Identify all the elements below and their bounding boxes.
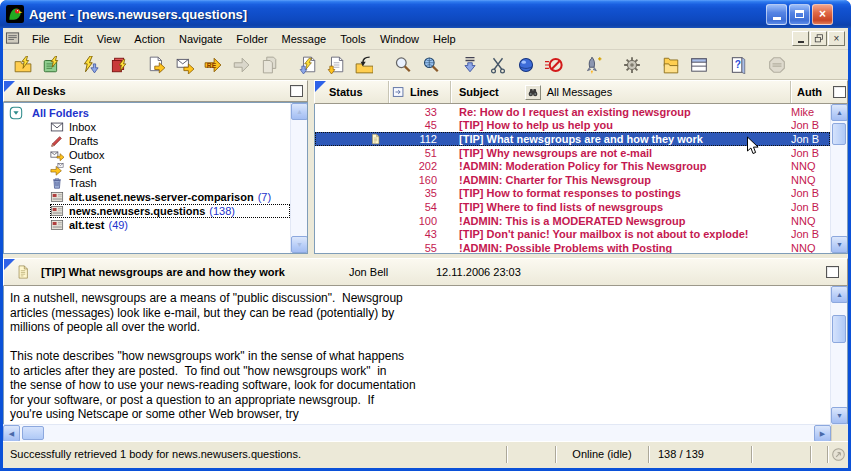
menu-item[interactable]: Edit (57, 30, 90, 48)
folder-item[interactable]: Drafts (4, 134, 290, 148)
show-layout-button[interactable] (686, 52, 712, 78)
post-new-article-button[interactable] (144, 52, 170, 78)
reply-re-icon: RE (204, 56, 222, 74)
menu-item[interactable]: View (90, 30, 128, 48)
folder-item[interactable]: alt.test(49) (4, 218, 290, 232)
folders-scrollbar[interactable]: ▲ ▼ (290, 103, 307, 253)
find-text-button[interactable] (390, 52, 416, 78)
skip-to-next-unread-button[interactable] (457, 52, 483, 78)
get-new-message-bodies-button[interactable] (105, 52, 131, 78)
message-list: 33Re: How do I request an existing newsg… (314, 104, 848, 254)
collapse-icon[interactable] (9, 106, 23, 120)
column-subject[interactable]: SubjectAll Messages (451, 81, 791, 103)
message-row[interactable]: 33Re: How do I request an existing newsg… (315, 105, 830, 119)
column-lines[interactable]: Lines (389, 81, 451, 103)
mdi-close-button[interactable]: × (828, 31, 845, 46)
minimize-icon (773, 17, 781, 20)
launch-program-button[interactable] (580, 52, 606, 78)
column-options-icon[interactable] (833, 86, 846, 98)
forward-message-button[interactable] (228, 52, 254, 78)
menu-item[interactable]: Navigate (172, 30, 229, 48)
maximize-pane-icon[interactable] (826, 266, 839, 278)
magnifier-icon (394, 56, 412, 74)
message-list-header: Status Lines SubjectAll Messages Auth (314, 80, 848, 104)
save-message-button[interactable] (323, 52, 349, 78)
filter-label: All Messages (547, 86, 612, 98)
mdi-restore-button[interactable] (810, 31, 827, 46)
magnifier-globe-icon (422, 56, 440, 74)
message-body-hscrollbar[interactable]: ◀ ▶ (3, 424, 848, 441)
menu-item[interactable]: Help (426, 30, 463, 48)
preferences-button[interactable] (619, 52, 645, 78)
scroll-right-icon[interactable]: ▶ (814, 425, 831, 442)
kill-thread-button[interactable] (485, 52, 511, 78)
scroll-down-icon[interactable]: ▼ (831, 236, 848, 253)
mdi-minimize-button[interactable] (792, 31, 809, 46)
message-row[interactable]: 100!ADMIN: This is a MODERATED Newsgroup… (315, 214, 830, 228)
watch-thread-button[interactable] (513, 52, 539, 78)
maximize-pane-icon[interactable] (290, 85, 303, 97)
message-body-scrollbar[interactable]: ▲ ▼ (830, 286, 847, 424)
close-button[interactable]: × (812, 4, 833, 25)
body-available-icon (370, 187, 381, 199)
folder-item[interactable]: Trash (4, 176, 290, 190)
menu-item[interactable]: Tools (333, 30, 373, 48)
show-folders-button[interactable] (658, 52, 684, 78)
message-row[interactable]: 51[TIP] Why newsgroups are not e-mailJon… (315, 146, 830, 160)
scroll-up-icon[interactable]: ▲ (291, 103, 308, 120)
folder-item[interactable]: alt.usenet.news-server-comparison(7) (4, 190, 290, 204)
stop-gray-icon (768, 56, 786, 74)
message-list-scrollbar[interactable]: ▲ ▼ (830, 104, 847, 253)
body-doc-icon (370, 133, 381, 145)
ignore-thread-button[interactable] (541, 52, 567, 78)
message-row[interactable]: 35[TIP] How to format responses to posti… (315, 187, 830, 201)
message-row[interactable]: 55!ADMIN: Possible Problems with Posting… (315, 241, 830, 253)
message-row[interactable]: 202!ADMIN: Moderation Policy for This Ne… (315, 159, 830, 173)
menu-item[interactable]: Window (373, 30, 426, 48)
scroll-up-icon[interactable]: ▲ (831, 104, 848, 121)
body-available-icon (370, 174, 381, 186)
get-selected-bodies-button[interactable] (295, 52, 321, 78)
scroll-thumb[interactable] (832, 123, 846, 145)
folder-item[interactable]: Sent (4, 162, 290, 176)
reply-followup-button[interactable]: RE (200, 52, 226, 78)
search-web-button[interactable] (418, 52, 444, 78)
body-available-icon (370, 242, 381, 253)
column-status[interactable]: Status (315, 81, 389, 103)
menu-item[interactable]: Action (127, 30, 172, 48)
file-in-folder-button[interactable] (351, 52, 377, 78)
menu-item[interactable]: Folder (229, 30, 274, 48)
scroll-down-icon[interactable]: ▼ (291, 236, 308, 253)
stop-tasks-button[interactable] (764, 52, 790, 78)
scroll-thumb[interactable] (832, 315, 846, 343)
folder-item[interactable]: news.newusers.questions(138) (4, 204, 290, 218)
maximize-button[interactable] (789, 4, 810, 25)
message-row[interactable]: 45[TIP] How to help us help youJon B (315, 119, 830, 133)
folder-item[interactable]: Outbox (4, 148, 290, 162)
get-new-headers-in-folder-button[interactable] (10, 52, 36, 78)
book-bolt-icon (42, 56, 60, 74)
minimize-button[interactable] (766, 4, 787, 25)
titlebar[interactable]: Agent - [news.newusers.questions] × (0, 0, 851, 28)
reply-by-email-button[interactable] (256, 52, 282, 78)
filter-binoculars-icon[interactable] (525, 85, 541, 100)
scroll-thumb[interactable] (22, 426, 44, 440)
menu-item[interactable]: File (25, 30, 57, 48)
folder-item[interactable]: Inbox (4, 120, 290, 134)
news-icon (50, 204, 64, 218)
get-marked-message-bodies-button[interactable] (77, 52, 103, 78)
scroll-down-icon[interactable]: ▼ (831, 407, 848, 424)
scroll-up-icon[interactable]: ▲ (831, 286, 848, 303)
folder-root-all-folders[interactable]: All Folders (4, 106, 290, 120)
send-email-message-button[interactable] (172, 52, 198, 78)
menu-item[interactable]: Message (275, 30, 334, 48)
help-button[interactable]: ? (725, 52, 751, 78)
message-row[interactable]: 43[TIP] Don't panic! Your mailbox is not… (315, 227, 830, 241)
scroll-left-icon[interactable]: ◀ (3, 425, 20, 442)
column-author[interactable]: Auth (791, 81, 847, 103)
message-row[interactable]: 54[TIP] Where to find lists of newsgroup… (315, 200, 830, 214)
get-new-headers-in-groups-button[interactable] (38, 52, 64, 78)
message-row[interactable]: 160!ADMIN: Charter for This NewsgroupNNQ (315, 173, 830, 187)
document-window-icon[interactable] (5, 31, 21, 46)
message-row[interactable]: 112[TIP] What newsgroups are and how the… (315, 132, 830, 146)
